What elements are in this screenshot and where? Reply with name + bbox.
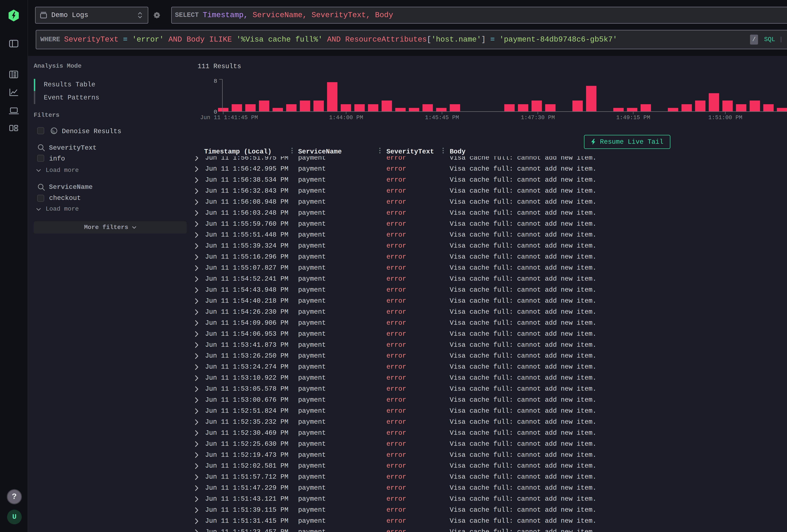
- svg-text:1:47:30 PM: 1:47:30 PM: [521, 114, 555, 121]
- svg-text:1:45:45 PM: 1:45:45 PM: [425, 114, 459, 121]
- svg-text:8: 8: [214, 78, 217, 85]
- svg-text:Jun 11 1:41:45 PM: Jun 11 1:41:45 PM: [200, 114, 258, 121]
- svg-text:1:51:00 PM: 1:51:00 PM: [708, 114, 742, 121]
- svg-text:1:49:15 PM: 1:49:15 PM: [616, 114, 650, 121]
- svg-text:1:44:00 PM: 1:44:00 PM: [329, 114, 363, 121]
